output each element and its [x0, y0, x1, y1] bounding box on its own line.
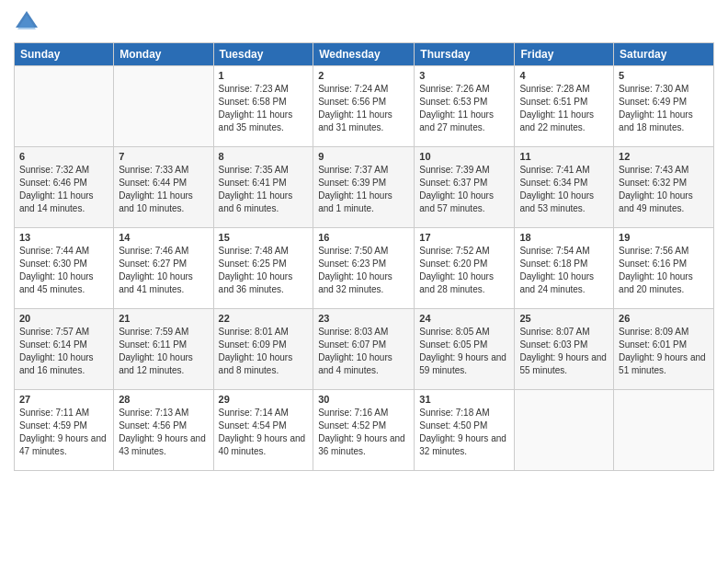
day-cell: 2Sunrise: 7:24 AMSunset: 6:56 PMDaylight… [313, 66, 415, 147]
day-cell: 18Sunrise: 7:54 AMSunset: 6:18 PMDayligh… [515, 228, 614, 309]
weekday-header-friday: Friday [515, 43, 614, 66]
day-number: 18 [519, 232, 609, 243]
day-cell: 19Sunrise: 7:56 AMSunset: 6:16 PMDayligh… [614, 228, 714, 309]
day-cell: 7Sunrise: 7:33 AMSunset: 6:44 PMDaylight… [114, 147, 213, 228]
day-number: 8 [219, 151, 309, 162]
weekday-header-tuesday: Tuesday [213, 43, 313, 66]
day-number: 26 [619, 313, 709, 324]
weekday-header-wednesday: Wednesday [313, 43, 415, 66]
day-cell: 25Sunrise: 8:07 AMSunset: 6:03 PMDayligh… [515, 309, 614, 390]
day-cell: 26Sunrise: 8:09 AMSunset: 6:01 PMDayligh… [614, 309, 714, 390]
weekday-header-saturday: Saturday [614, 43, 714, 66]
day-cell: 9Sunrise: 7:37 AMSunset: 6:39 PMDaylight… [313, 147, 415, 228]
day-number: 29 [219, 394, 309, 405]
day-cell [15, 66, 114, 147]
day-number: 27 [19, 394, 108, 405]
day-info: Sunrise: 7:30 AMSunset: 6:49 PMDaylight:… [619, 83, 709, 134]
day-cell: 10Sunrise: 7:39 AMSunset: 6:37 PMDayligh… [415, 147, 515, 228]
day-cell: 14Sunrise: 7:46 AMSunset: 6:27 PMDayligh… [114, 228, 213, 309]
week-row-3: 13Sunrise: 7:44 AMSunset: 6:30 PMDayligh… [15, 228, 714, 309]
day-info: Sunrise: 7:52 AMSunset: 6:20 PMDaylight:… [419, 245, 509, 296]
week-row-2: 6Sunrise: 7:32 AMSunset: 6:46 PMDaylight… [15, 147, 714, 228]
day-cell: 28Sunrise: 7:13 AMSunset: 4:56 PMDayligh… [114, 390, 213, 471]
day-number: 31 [419, 394, 509, 405]
day-cell: 8Sunrise: 7:35 AMSunset: 6:41 PMDaylight… [213, 147, 313, 228]
day-number: 19 [619, 232, 709, 243]
day-info: Sunrise: 8:07 AMSunset: 6:03 PMDaylight:… [519, 326, 609, 377]
day-number: 22 [219, 313, 309, 324]
day-number: 15 [219, 232, 309, 243]
day-cell: 15Sunrise: 7:48 AMSunset: 6:25 PMDayligh… [213, 228, 313, 309]
day-info: Sunrise: 8:03 AMSunset: 6:07 PMDaylight:… [318, 326, 409, 377]
day-number: 20 [19, 313, 108, 324]
day-cell: 1Sunrise: 7:23 AMSunset: 6:58 PMDaylight… [213, 66, 313, 147]
day-info: Sunrise: 7:37 AMSunset: 6:39 PMDaylight:… [318, 164, 409, 215]
day-cell: 3Sunrise: 7:26 AMSunset: 6:53 PMDaylight… [415, 66, 515, 147]
logo [14, 9, 43, 35]
day-info: Sunrise: 7:57 AMSunset: 6:14 PMDaylight:… [19, 326, 108, 377]
day-info: Sunrise: 8:01 AMSunset: 6:09 PMDaylight:… [219, 326, 309, 377]
day-cell: 17Sunrise: 7:52 AMSunset: 6:20 PMDayligh… [415, 228, 515, 309]
day-cell: 29Sunrise: 7:14 AMSunset: 4:54 PMDayligh… [213, 390, 313, 471]
weekday-header-row: SundayMondayTuesdayWednesdayThursdayFrid… [15, 43, 714, 66]
day-cell: 27Sunrise: 7:11 AMSunset: 4:59 PMDayligh… [15, 390, 114, 471]
day-number: 9 [318, 151, 409, 162]
day-number: 2 [318, 70, 409, 81]
day-number: 13 [19, 232, 108, 243]
day-info: Sunrise: 7:32 AMSunset: 6:46 PMDaylight:… [19, 164, 108, 215]
day-info: Sunrise: 8:05 AMSunset: 6:05 PMDaylight:… [419, 326, 509, 377]
day-info: Sunrise: 7:26 AMSunset: 6:53 PMDaylight:… [419, 83, 509, 134]
day-info: Sunrise: 7:39 AMSunset: 6:37 PMDaylight:… [419, 164, 509, 215]
day-info: Sunrise: 7:16 AMSunset: 4:52 PMDaylight:… [318, 407, 409, 458]
day-cell: 6Sunrise: 7:32 AMSunset: 6:46 PMDaylight… [15, 147, 114, 228]
day-cell: 30Sunrise: 7:16 AMSunset: 4:52 PMDayligh… [313, 390, 415, 471]
day-cell: 13Sunrise: 7:44 AMSunset: 6:30 PMDayligh… [15, 228, 114, 309]
week-row-4: 20Sunrise: 7:57 AMSunset: 6:14 PMDayligh… [15, 309, 714, 390]
week-row-5: 27Sunrise: 7:11 AMSunset: 4:59 PMDayligh… [15, 390, 714, 471]
day-info: Sunrise: 7:33 AMSunset: 6:44 PMDaylight:… [119, 164, 208, 215]
day-info: Sunrise: 7:46 AMSunset: 6:27 PMDaylight:… [119, 245, 208, 296]
day-cell: 23Sunrise: 8:03 AMSunset: 6:07 PMDayligh… [313, 309, 415, 390]
day-info: Sunrise: 8:09 AMSunset: 6:01 PMDaylight:… [619, 326, 709, 377]
weekday-header-thursday: Thursday [415, 43, 515, 66]
day-cell: 21Sunrise: 7:59 AMSunset: 6:11 PMDayligh… [114, 309, 213, 390]
day-number: 24 [419, 313, 509, 324]
day-info: Sunrise: 7:48 AMSunset: 6:25 PMDaylight:… [219, 245, 309, 296]
day-cell [614, 390, 714, 471]
day-info: Sunrise: 7:50 AMSunset: 6:23 PMDaylight:… [318, 245, 409, 296]
header [14, 9, 714, 35]
day-cell: 4Sunrise: 7:28 AMSunset: 6:51 PMDaylight… [515, 66, 614, 147]
day-info: Sunrise: 7:18 AMSunset: 4:50 PMDaylight:… [419, 407, 509, 458]
day-number: 7 [119, 151, 208, 162]
day-info: Sunrise: 7:24 AMSunset: 6:56 PMDaylight:… [318, 83, 409, 134]
page: SundayMondayTuesdayWednesdayThursdayFrid… [0, 0, 728, 563]
day-cell: 22Sunrise: 8:01 AMSunset: 6:09 PMDayligh… [213, 309, 313, 390]
day-number: 3 [419, 70, 509, 81]
day-number: 5 [619, 70, 709, 81]
day-info: Sunrise: 7:28 AMSunset: 6:51 PMDaylight:… [519, 83, 609, 134]
day-cell: 31Sunrise: 7:18 AMSunset: 4:50 PMDayligh… [415, 390, 515, 471]
day-info: Sunrise: 7:56 AMSunset: 6:16 PMDaylight:… [619, 245, 709, 296]
day-info: Sunrise: 7:41 AMSunset: 6:34 PMDaylight:… [519, 164, 609, 215]
day-cell [515, 390, 614, 471]
day-cell: 5Sunrise: 7:30 AMSunset: 6:49 PMDaylight… [614, 66, 714, 147]
day-cell: 11Sunrise: 7:41 AMSunset: 6:34 PMDayligh… [515, 147, 614, 228]
day-number: 10 [419, 151, 509, 162]
day-info: Sunrise: 7:13 AMSunset: 4:56 PMDaylight:… [119, 407, 208, 458]
day-number: 14 [119, 232, 208, 243]
day-info: Sunrise: 7:35 AMSunset: 6:41 PMDaylight:… [219, 164, 309, 215]
day-number: 23 [318, 313, 409, 324]
weekday-header-sunday: Sunday [15, 43, 114, 66]
logo-icon [14, 9, 40, 35]
day-number: 28 [119, 394, 208, 405]
day-info: Sunrise: 7:11 AMSunset: 4:59 PMDaylight:… [19, 407, 108, 458]
day-cell: 16Sunrise: 7:50 AMSunset: 6:23 PMDayligh… [313, 228, 415, 309]
day-info: Sunrise: 7:14 AMSunset: 4:54 PMDaylight:… [219, 407, 309, 458]
day-info: Sunrise: 7:43 AMSunset: 6:32 PMDaylight:… [619, 164, 709, 215]
day-number: 11 [519, 151, 609, 162]
calendar-table: SundayMondayTuesdayWednesdayThursdayFrid… [14, 42, 714, 471]
day-info: Sunrise: 7:59 AMSunset: 6:11 PMDaylight:… [119, 326, 208, 377]
day-number: 30 [318, 394, 409, 405]
day-number: 6 [19, 151, 108, 162]
day-cell: 24Sunrise: 8:05 AMSunset: 6:05 PMDayligh… [415, 309, 515, 390]
